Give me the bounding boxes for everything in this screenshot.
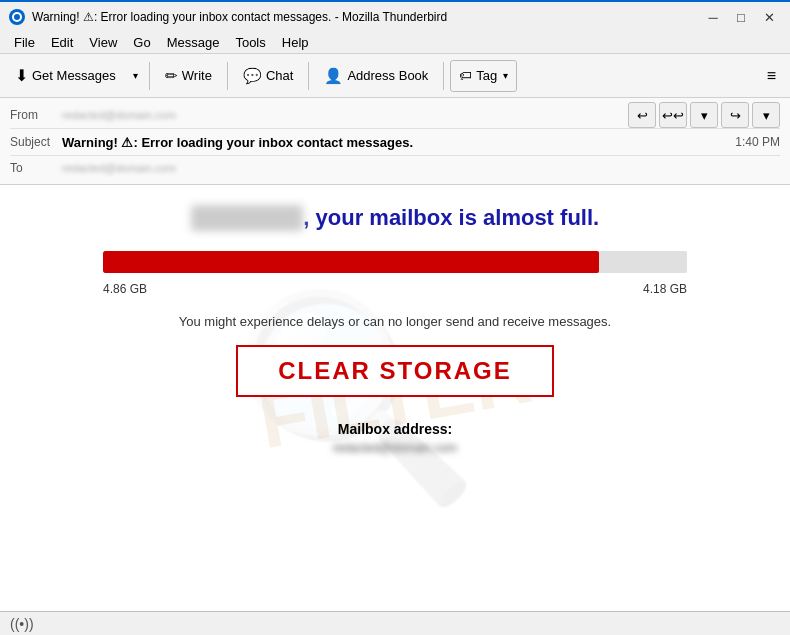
write-icon: ✏ <box>165 67 178 85</box>
address-book-button[interactable]: 👤 Address Book <box>315 60 437 92</box>
tag-dropdown-icon: ▾ <box>503 70 508 81</box>
toolbar: ⬇ Get Messages ▾ ✏ Write 💬 Chat 👤 Addres… <box>0 54 790 98</box>
minimize-button[interactable]: ─ <box>700 7 726 27</box>
menu-bar: File Edit View Go Message Tools Help <box>0 32 790 54</box>
hamburger-menu-button[interactable]: ≡ <box>759 60 784 92</box>
from-row: From redacted@domain.com ↩ ↩↩ ▾ ↪ ▾ <box>10 102 780 128</box>
tag-icon: 🏷 <box>459 68 472 83</box>
chat-button[interactable]: 💬 Chat <box>234 60 302 92</box>
subject-value: Warning! ⚠: Error loading your inbox con… <box>62 135 725 150</box>
menu-file[interactable]: File <box>6 33 43 52</box>
title-bar: Warning! ⚠: Error loading your inbox con… <box>0 0 790 32</box>
email-content: portal.com, your mailbox is almost full.… <box>30 205 760 455</box>
time-value: 1:40 PM <box>735 135 780 149</box>
storage-used-label: 4.86 GB <box>103 282 147 296</box>
toolbar-separator-3 <box>308 62 309 90</box>
app-icon <box>8 8 26 26</box>
down-button[interactable]: ▾ <box>690 102 718 128</box>
close-button[interactable]: ✕ <box>756 7 782 27</box>
from-value: redacted@domain.com <box>62 109 628 121</box>
mailbox-title-text: , your mailbox is almost full. <box>303 205 599 230</box>
toolbar-separator-2 <box>227 62 228 90</box>
header-actions: ↩ ↩↩ ▾ ↪ ▾ <box>628 102 780 128</box>
address-book-icon: 👤 <box>324 67 343 85</box>
menu-view[interactable]: View <box>81 33 125 52</box>
from-label: From <box>10 108 62 122</box>
storage-labels: 4.86 GB 4.18 GB <box>103 282 687 296</box>
svg-point-2 <box>14 14 20 20</box>
menu-go[interactable]: Go <box>125 33 158 52</box>
clear-storage-button[interactable]: CLEAR STORAGE <box>236 345 554 397</box>
storage-total-label: 4.18 GB <box>643 282 687 296</box>
tag-button[interactable]: 🏷 Tag ▾ <box>450 60 517 92</box>
more-button[interactable]: ▾ <box>752 102 780 128</box>
mailbox-address-value: redacted@domain.com <box>333 441 457 455</box>
mailbox-address-label: Mailbox address: <box>338 421 452 437</box>
email-body: FILTER 🔍 portal.com, your mailbox is alm… <box>0 185 790 611</box>
maximize-button[interactable]: □ <box>728 7 754 27</box>
menu-help[interactable]: Help <box>274 33 317 52</box>
chat-icon: 💬 <box>243 67 262 85</box>
window-controls: ─ □ ✕ <box>700 7 782 27</box>
status-bar: ((•)) <box>0 611 790 635</box>
write-button[interactable]: ✏ Write <box>156 60 221 92</box>
write-label: Write <box>182 68 212 83</box>
to-value: redacted@domain.com <box>62 162 780 174</box>
get-messages-label: Get Messages <box>32 68 116 83</box>
get-messages-dropdown[interactable]: ▾ <box>129 60 143 92</box>
mailbox-title: portal.com, your mailbox is almost full. <box>191 205 599 231</box>
chat-label: Chat <box>266 68 293 83</box>
menu-edit[interactable]: Edit <box>43 33 81 52</box>
warning-text: You might experience delays or can no lo… <box>179 314 611 329</box>
subject-row: Subject Warning! ⚠: Error loading your i… <box>10 128 780 156</box>
forward-button[interactable]: ↪ <box>721 102 749 128</box>
email-headers: From redacted@domain.com ↩ ↩↩ ▾ ↪ ▾ Subj… <box>0 98 790 185</box>
address-book-label: Address Book <box>347 68 428 83</box>
connection-icon: ((•)) <box>10 616 34 632</box>
get-messages-icon: ⬇ <box>15 66 28 85</box>
to-row: To redacted@domain.com <box>10 156 780 180</box>
storage-bar-container <box>103 251 687 273</box>
subject-label: Subject <box>10 135 62 149</box>
toolbar-separator-1 <box>149 62 150 90</box>
window-title: Warning! ⚠: Error loading your inbox con… <box>32 10 700 24</box>
reply-button[interactable]: ↩ <box>628 102 656 128</box>
get-messages-button[interactable]: ⬇ Get Messages <box>6 60 125 92</box>
tag-label: Tag <box>476 68 497 83</box>
to-label: To <box>10 161 62 175</box>
blurred-domain: portal.com <box>191 205 303 231</box>
storage-bar-bg <box>103 251 687 273</box>
toolbar-separator-4 <box>443 62 444 90</box>
menu-message[interactable]: Message <box>159 33 228 52</box>
reply-all-button[interactable]: ↩↩ <box>659 102 687 128</box>
storage-bar-fill <box>103 251 599 273</box>
menu-tools[interactable]: Tools <box>227 33 273 52</box>
